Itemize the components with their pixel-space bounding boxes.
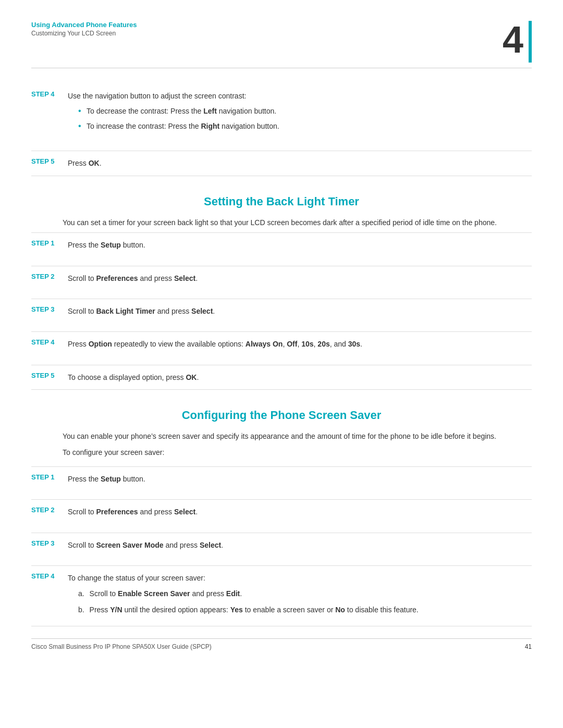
substep-text-a: Scroll to Enable Screen Saver and press … bbox=[90, 589, 242, 598]
substep-marker-b: b. bbox=[78, 606, 84, 614]
chapter-title: Using Advanced Phone Features bbox=[31, 21, 137, 29]
step-label-b4: STEP 4 bbox=[31, 338, 68, 346]
step-content-s2: Scroll to Preferences and press Select. bbox=[68, 506, 532, 517]
substep-item-a: a. Scroll to Enable Screen Saver and pre… bbox=[78, 588, 532, 599]
backlight-step-5: STEP 5 To choose a displayed option, pre… bbox=[31, 365, 532, 390]
initial-steps-container: STEP 4 Use the navigation button to adju… bbox=[31, 84, 532, 176]
section-title-backlight: Setting the Back Light Timer bbox=[31, 195, 532, 208]
step-label-s1: STEP 1 bbox=[31, 473, 68, 481]
step-content-s3: Scroll to Screen Saver Mode and press Se… bbox=[68, 539, 532, 551]
step-text-b3: Scroll to Back Light Timer and press Sel… bbox=[68, 307, 215, 315]
bullet-item: To decrease the contrast: Press the Left… bbox=[78, 106, 532, 117]
backlight-steps-container: STEP 1 Press the Setup button. STEP 2 Sc… bbox=[31, 232, 532, 390]
step-content-b2: Scroll to Preferences and press Select. bbox=[68, 273, 532, 284]
step-label-b5: STEP 5 bbox=[31, 372, 68, 379]
screensaver-step-1: STEP 1 Press the Setup button. bbox=[31, 466, 532, 491]
screensaver-step-3: STEP 3 Scroll to Screen Saver Mode and p… bbox=[31, 533, 532, 557]
step-content-b1: Press the Setup button. bbox=[68, 239, 532, 251]
backlight-step-1: STEP 1 Press the Setup button. bbox=[31, 232, 532, 257]
initial-step-5: STEP 5 Press OK. bbox=[31, 151, 532, 176]
step-label-b1: STEP 1 bbox=[31, 239, 68, 247]
footer-left-text: Cisco Small Business Pro IP Phone SPA50X… bbox=[31, 643, 212, 650]
section-extra-screensaver: To configure your screen saver: bbox=[31, 447, 532, 458]
step-label-s4: STEP 4 bbox=[31, 572, 68, 580]
section-backlight: Setting the Back Light Timer You can set… bbox=[31, 195, 532, 390]
step-text-b5: To choose a displayed option, press OK. bbox=[68, 373, 199, 381]
step-content-b5: To choose a displayed option, press OK. bbox=[68, 372, 532, 383]
step-label-b2: STEP 2 bbox=[31, 273, 68, 280]
step-text-s3: Scroll to Screen Saver Mode and press Se… bbox=[68, 541, 223, 549]
step-label-b3: STEP 3 bbox=[31, 305, 68, 313]
substep-list-s4: a. Scroll to Enable Screen Saver and pre… bbox=[78, 588, 532, 615]
chapter-number-bar bbox=[529, 21, 532, 63]
section-desc-screensaver: You can enable your phone’s screen saver… bbox=[31, 430, 532, 442]
step-content-s4: To change the status of your screen save… bbox=[68, 572, 532, 620]
step-text-s1: Press the Setup button. bbox=[68, 475, 145, 483]
backlight-step-2: STEP 2 Scroll to Preferences and press S… bbox=[31, 266, 532, 290]
substep-text-b: Press Y/N until the desired option appea… bbox=[90, 606, 419, 614]
substep-marker-a: a. bbox=[78, 589, 84, 598]
screensaver-step-2: STEP 2 Scroll to Preferences and press S… bbox=[31, 499, 532, 524]
page-header: Using Advanced Phone Features Customizin… bbox=[31, 21, 532, 63]
backlight-step-4: STEP 4 Press Option repeatedly to view t… bbox=[31, 331, 532, 356]
chapter-number: 4 bbox=[503, 21, 523, 58]
step-content-4a: Use the navigation button to adjust the … bbox=[68, 90, 532, 136]
step-label-4a: STEP 4 bbox=[31, 90, 68, 98]
initial-step-4: STEP 4 Use the navigation button to adju… bbox=[31, 84, 532, 142]
section-title-screensaver: Configuring the Phone Screen Saver bbox=[31, 409, 532, 422]
substep-item-b: b. Press Y/N until the desired option ap… bbox=[78, 604, 532, 615]
bullet-item: To increase the contrast: Press the Righ… bbox=[78, 121, 532, 132]
step-content-5a: Press OK. bbox=[68, 157, 532, 169]
chapter-number-block: 4 bbox=[503, 21, 532, 63]
step-text-4a: Use the navigation button to adjust the … bbox=[68, 92, 246, 100]
section-desc-backlight: You can set a timer for your screen back… bbox=[31, 217, 532, 228]
step-text-s2: Scroll to Preferences and press Select. bbox=[68, 508, 198, 516]
screensaver-step-4: STEP 4 To change the status of your scre… bbox=[31, 565, 532, 626]
header-divider bbox=[31, 68, 532, 68]
step-label-5a: STEP 5 bbox=[31, 157, 68, 165]
step-content-b4: Press Option repeatedly to view the avai… bbox=[68, 338, 532, 350]
step-content-b3: Scroll to Back Light Timer and press Sel… bbox=[68, 305, 532, 317]
header-left: Using Advanced Phone Features Customizin… bbox=[31, 21, 137, 37]
step-text-b4: Press Option repeatedly to view the avai… bbox=[68, 340, 362, 348]
screensaver-steps-container: STEP 1 Press the Setup button. STEP 2 Sc… bbox=[31, 466, 532, 626]
step-text-s4: To change the status of your screen save… bbox=[68, 574, 205, 582]
chapter-subtitle: Customizing Your LCD Screen bbox=[31, 30, 137, 37]
page-footer: Cisco Small Business Pro IP Phone SPA50X… bbox=[31, 638, 532, 650]
step-content-s1: Press the Setup button. bbox=[68, 473, 532, 485]
backlight-step-3: STEP 3 Scroll to Back Light Timer and pr… bbox=[31, 299, 532, 323]
step-text-b1: Press the Setup button. bbox=[68, 241, 145, 249]
section-screensaver: Configuring the Phone Screen Saver You c… bbox=[31, 409, 532, 626]
step-text-b2: Scroll to Preferences and press Select. bbox=[68, 274, 198, 282]
step-label-s3: STEP 3 bbox=[31, 539, 68, 547]
step-label-s2: STEP 2 bbox=[31, 506, 68, 514]
step-4a-bullets: To decrease the contrast: Press the Left… bbox=[78, 106, 532, 132]
step-text-5a: Press OK. bbox=[68, 159, 102, 167]
footer-page-number: 41 bbox=[525, 643, 532, 650]
